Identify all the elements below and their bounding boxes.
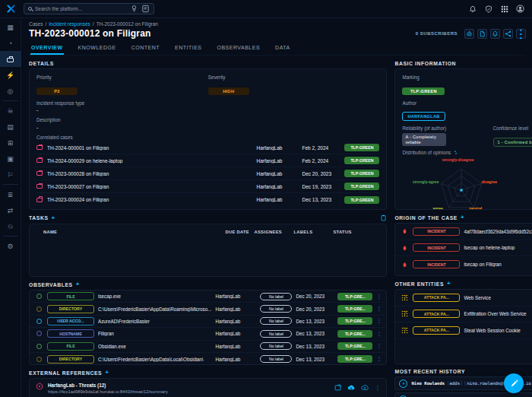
- external-reference-row[interactable]: HarfangLab - Threats (12) https://4cc1ad…: [30, 379, 386, 397]
- case-name: TH-2023-000024 on Filigran: [47, 197, 252, 202]
- observable-row[interactable]: FILE Obsidian.exe HarfangLab No label De…: [30, 341, 386, 353]
- sidebar-item-events[interactable]: ⚡: [0, 67, 21, 83]
- ai-assistant-icon[interactable]: [130, 5, 138, 13]
- col-assignees[interactable]: ASSIGNEES: [254, 230, 293, 234]
- marking-chip: TLP:GRE...: [337, 293, 372, 300]
- directory-observable-icon: [36, 306, 42, 312]
- add-task-button[interactable]: +: [52, 215, 55, 221]
- opencti-logo[interactable]: [0, 4, 21, 14]
- case-author: HarfangLab: [256, 171, 297, 176]
- sidebar-item-observations[interactable]: ◎: [0, 83, 21, 99]
- case-name: TH-2024-000001 on Filigran: [47, 145, 252, 151]
- correlated-case-row[interactable]: TH-2023-000027 on Filigran HarfangLab De…: [36, 180, 379, 193]
- observable-row[interactable]: DIRECTORY C:\Users\FredericBasier\AppDat…: [30, 303, 386, 315]
- reference-menu-button[interactable]: ⋮: [375, 385, 380, 391]
- marking-chip: TLP:GRE...: [337, 342, 372, 350]
- sidebar-item-cases[interactable]: [0, 51, 21, 67]
- correlated-case-row[interactable]: TH-2023-000028 on Filigran HarfangLab De…: [36, 167, 379, 180]
- apps-grid-icon[interactable]: [500, 5, 508, 13]
- share-knowledge-button[interactable]: [503, 29, 513, 39]
- row-menu-button[interactable]: ⋮: [376, 343, 382, 349]
- sidebar-item-arsenal[interactable]: ▤: [0, 119, 21, 135]
- confidence-label: Confidence level: [493, 125, 532, 131]
- notifications-bell-icon[interactable]: [468, 5, 477, 13]
- external-references-header: EXTERNAL REFERENCES +: [29, 370, 387, 376]
- export-file-button[interactable]: [477, 29, 487, 39]
- observable-row[interactable]: FILE lsecap.exe HarfangLab No label Dec …: [30, 291, 386, 303]
- sidebar-item-entities[interactable]: ▣: [0, 151, 21, 167]
- entity-row[interactable]: ATTACK PA... Exfiltration Over Web Servi…: [395, 306, 532, 323]
- row-menu-button[interactable]: ⋮: [376, 331, 382, 337]
- more-options-button[interactable]: ⋮: [516, 29, 526, 39]
- sidebar-item-dashboard[interactable]: ▦: [0, 19, 21, 35]
- sidebar-item-trash[interactable]: ♲: [0, 218, 21, 234]
- add-origin-button[interactable]: +: [461, 214, 464, 221]
- saved-filters-icon[interactable]: [141, 5, 150, 13]
- observable-row[interactable]: USER ACCO... AzureAD\FredericBasier Harf…: [30, 316, 386, 328]
- add-observable-button[interactable]: +: [76, 281, 80, 287]
- row-menu-button[interactable]: ⋮: [376, 294, 382, 300]
- observable-name: Obsidian.exe: [98, 344, 211, 349]
- sidebar-item-analyses[interactable]: ◔: [0, 35, 21, 51]
- entities-icon: ▣: [7, 155, 14, 163]
- apply-case-template-button[interactable]: [380, 214, 387, 221]
- tab-knowledge[interactable]: KNOWLEDGE: [78, 43, 117, 55]
- add-external-reference-button[interactable]: +: [105, 370, 109, 376]
- add-entity-button[interactable]: +: [447, 281, 451, 287]
- priority-chip: P2: [36, 87, 78, 95]
- entity-row[interactable]: ATTACK PA... Web Service AlienVault No l…: [395, 290, 532, 306]
- row-menu-button[interactable]: ⋮: [376, 306, 382, 312]
- reference-actions: ⋮: [334, 383, 380, 391]
- reference-url[interactable]: https://4cc1ad989b9da1af.hurukai.io:8443…: [48, 389, 168, 394]
- col-status[interactable]: STATUS: [333, 230, 380, 234]
- edit-fab-button[interactable]: [504, 373, 524, 393]
- subscribers-count[interactable]: 0 SUBSCRIBERS: [416, 31, 458, 36]
- search-input[interactable]: Search the platform...: [24, 3, 154, 14]
- vote-opinion-icon[interactable]: [453, 150, 458, 155]
- history-actor: Nino Rowlands: [411, 381, 445, 386]
- sidebar-item-data[interactable]: ≣: [0, 186, 21, 202]
- origin-title: ORIGIN OF THE CASE: [394, 215, 458, 221]
- col-labels[interactable]: LABELS: [293, 230, 333, 234]
- entity-row[interactable]: ATTACK PA... Steal Web Session Cookie Re…: [395, 322, 532, 339]
- no-label-chip: No label: [260, 293, 292, 300]
- subscribe-bell-button[interactable]: [490, 29, 500, 39]
- cloud-download-icon[interactable]: [347, 384, 355, 391]
- observable-row[interactable]: HOSTNAME Filigran HarfangLab No label De…: [30, 328, 386, 340]
- tasks-header: TASKS +: [29, 214, 387, 221]
- entity-name: Web Service: [464, 295, 532, 300]
- account-icon[interactable]: [516, 5, 524, 13]
- tab-observables[interactable]: OBSERVABLES: [216, 43, 261, 55]
- case-name: TH-2023-000028 on Filigran: [47, 171, 252, 176]
- tab-overview[interactable]: OVERVIEW: [30, 43, 64, 55]
- col-name[interactable]: NAME: [43, 230, 225, 234]
- tab-content[interactable]: CONTENT: [131, 43, 160, 55]
- history-row[interactable]: + Nino Rowlands adds jean-philippe.salle…: [394, 392, 532, 397]
- sidebar-item-ingestion[interactable]: ⇄: [0, 202, 21, 218]
- breadcrumb-incident-responses[interactable]: Incident responses: [49, 21, 90, 27]
- sidebar-item-techniques[interactable]: ⊞: [0, 135, 21, 151]
- observable-row[interactable]: DIRECTORY C:\Users\FredericBasier\AppDat…: [30, 353, 386, 365]
- cloud-upload-icon[interactable]: [361, 384, 369, 391]
- sidebar-item-threats[interactable]: ☠: [0, 103, 21, 119]
- origin-row[interactable]: INCIDENT lsecap on Filigran HarfangLab N…: [395, 256, 532, 273]
- expand-chevron-down-icon[interactable]: [205, 208, 211, 210]
- security-shield-icon[interactable]: [484, 5, 492, 13]
- sidebar-item-locations[interactable]: ⚐: [0, 167, 21, 183]
- origin-row[interactable]: INCIDENT 4af78daecf3629da43d9f6dd52c3eab…: [395, 224, 532, 240]
- correlated-case-row[interactable]: TH-2024-000001 on Filigran HarfangLab Fe…: [36, 141, 379, 154]
- open-external-icon[interactable]: [334, 384, 341, 391]
- origin-row[interactable]: INCIDENT lsecap on helene-laptop Harfang…: [395, 240, 532, 257]
- correlated-case-row[interactable]: TH-2024-000029 on helene-laptop HarfangL…: [36, 154, 379, 167]
- correlated-case-row[interactable]: TH-2023-000024 on Filigran HarfangLab De…: [36, 193, 379, 206]
- type-chip: ATTACK PA...: [413, 326, 460, 335]
- tab-entities[interactable]: ENTITIES: [174, 43, 203, 55]
- row-menu-button[interactable]: ⋮: [376, 318, 382, 324]
- breadcrumb-cases[interactable]: Cases: [29, 21, 43, 27]
- tab-data[interactable]: DATA: [274, 43, 291, 55]
- author-chip[interactable]: HARFANGLAB: [402, 112, 445, 121]
- sidebar-item-settings[interactable]: ⚙: [0, 238, 21, 254]
- row-menu-button[interactable]: ⋮: [376, 356, 382, 362]
- col-due-date[interactable]: DUE DATE: [225, 230, 254, 234]
- ai-insights-button[interactable]: [464, 29, 474, 39]
